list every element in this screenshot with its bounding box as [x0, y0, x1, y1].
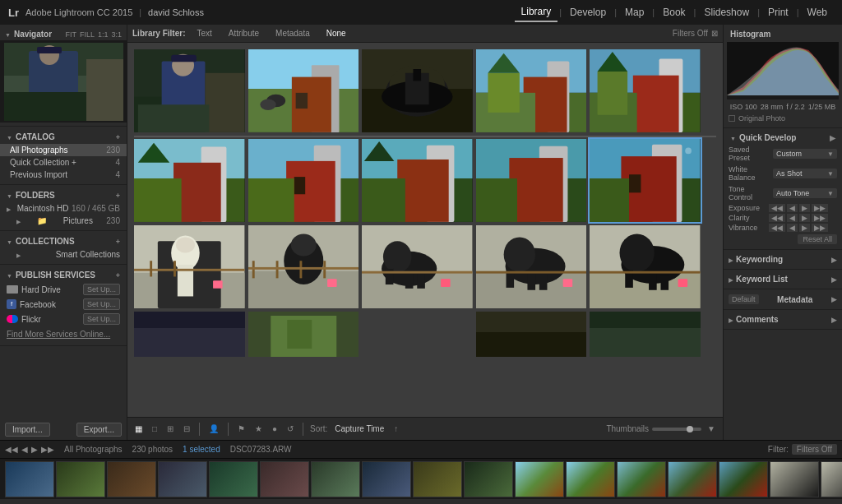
tone-control-value[interactable]: Auto Tone ▼	[773, 188, 837, 198]
catalog-add[interactable]: +	[116, 133, 120, 141]
grid-cell-11[interactable]	[134, 225, 245, 308]
catalog-quick-collection[interactable]: Quick Collection + 4	[0, 156, 127, 169]
filter-none-btn[interactable]: None	[322, 28, 351, 39]
grid-cell-1[interactable]	[134, 49, 245, 132]
grid-cell-14[interactable]	[476, 225, 587, 308]
flag-btn[interactable]: ⚑	[235, 423, 248, 434]
rotate-btn[interactable]: ↺	[285, 423, 296, 434]
grid-cell-16[interactable]	[134, 312, 245, 357]
export-button[interactable]: Export...	[76, 423, 122, 437]
nav-slideshow[interactable]: Slideshow	[697, 3, 756, 21]
vibrance-dec-dec[interactable]: ◀◀	[769, 224, 785, 232]
filmstrip-filter-off[interactable]: Filters Off	[792, 444, 837, 455]
nav-print[interactable]: Print	[761, 3, 795, 21]
compare-view-btn[interactable]: ⊞	[164, 423, 176, 434]
folders-header[interactable]: Folders +	[0, 188, 127, 202]
nav-library[interactable]: Library	[515, 2, 558, 22]
filmstrip-thumb-2[interactable]	[56, 461, 105, 497]
filter-toggle[interactable]: ⊠	[711, 29, 718, 38]
folders-add[interactable]: +	[116, 192, 120, 200]
grid-cell-13[interactable]	[362, 225, 473, 308]
clarity-inc[interactable]: ▶	[799, 214, 810, 222]
vibrance-inc-inc[interactable]: ▶▶	[812, 224, 828, 232]
filter-text-btn[interactable]: Text	[192, 28, 216, 39]
catalog-header[interactable]: Catalog +	[0, 130, 127, 144]
metadata-default-select[interactable]: Default	[729, 294, 759, 304]
clarity-dec-dec[interactable]: ◀◀	[769, 214, 785, 222]
filmstrip-thumb-7[interactable]	[311, 461, 360, 497]
filmstrip-thumb-13[interactable]	[617, 461, 666, 497]
clarity-dec[interactable]: ◀	[787, 214, 798, 222]
vibrance-dec[interactable]: ◀	[787, 224, 798, 232]
import-button[interactable]: Import...	[5, 423, 50, 437]
filmstrip-thumb-14[interactable]	[668, 461, 717, 497]
comments-header[interactable]: Comments ▶	[724, 313, 842, 326]
find-more-services[interactable]: Find More Services Online...	[0, 326, 127, 342]
publish-services-header[interactable]: Publish Services +	[0, 268, 127, 282]
nav-book[interactable]: Book	[656, 3, 692, 21]
filmstrip-thumb-4[interactable]	[158, 461, 207, 497]
grid-cell-15[interactable]	[590, 225, 701, 308]
facebook-setup[interactable]: Set Up...	[83, 298, 120, 310]
grid-cell-5[interactable]	[590, 49, 701, 132]
star-btn[interactable]: ★	[252, 423, 265, 434]
filmstrip-thumb-10[interactable]	[464, 461, 513, 497]
filmstrip-next[interactable]: ▶	[31, 445, 38, 454]
photo-grid[interactable]: • • •	[127, 43, 723, 417]
filter-metadata-btn[interactable]: Metadata	[271, 28, 315, 39]
filmstrip-thumb-15[interactable]	[719, 461, 768, 497]
filmstrip-thumb-12[interactable]	[566, 461, 615, 497]
vibrance-inc[interactable]: ▶	[799, 224, 810, 232]
filmstrip-thumb-3[interactable]	[107, 461, 156, 497]
folder-pictures[interactable]: 📁 Pictures 230	[0, 215, 127, 227]
filmstrip-thumb-5[interactable]	[209, 461, 258, 497]
thumbnail-size-slider[interactable]	[652, 428, 701, 431]
filmstrip-thumb-17[interactable]	[821, 461, 842, 497]
loupe-view-btn[interactable]: □	[150, 423, 160, 434]
grid-cell-4[interactable]	[476, 49, 587, 132]
filmstrip-thumb-9[interactable]	[413, 461, 462, 497]
catalog-previous-import[interactable]: Previous Import 4	[0, 169, 127, 181]
filmstrip-next-next[interactable]: ▶▶	[41, 445, 54, 454]
keyword-list-header[interactable]: Keyword List ▶	[724, 273, 842, 285]
collection-smart[interactable]: Smart Collections	[0, 248, 127, 261]
keywording-header[interactable]: Keywording ▶	[724, 253, 842, 266]
exposure-inc[interactable]: ▶	[799, 204, 810, 212]
grid-cell-10[interactable]	[590, 139, 701, 222]
survey-view-btn[interactable]: ⊟	[181, 423, 192, 434]
catalog-all-photos[interactable]: All Photographs 230	[0, 144, 127, 156]
nav-develop[interactable]: Develop	[563, 3, 613, 21]
grid-cell-12[interactable]	[248, 225, 359, 308]
exposure-inc-inc[interactable]: ▶▶	[812, 204, 828, 212]
saved-preset-value[interactable]: Custom ▼	[773, 149, 837, 159]
grid-cell-6[interactable]	[134, 139, 245, 222]
zoom-fit[interactable]: FIT	[65, 30, 76, 39]
grid-cell-7[interactable]	[248, 139, 359, 222]
sort-value[interactable]: Capture Time	[332, 423, 386, 434]
filmstrip-thumb-11[interactable]	[515, 461, 564, 497]
filmstrip-thumb-6[interactable]	[260, 461, 309, 497]
hard-drive-setup[interactable]: Set Up...	[83, 284, 120, 295]
grid-view-btn[interactable]: ▦	[132, 423, 145, 434]
metadata-header[interactable]: Default Metadata ▶	[724, 293, 842, 306]
quick-develop-header[interactable]: Quick Develop ▶	[724, 132, 842, 144]
filter-attribute-btn[interactable]: Attribute	[224, 28, 264, 39]
filmstrip-thumb-16[interactable]	[770, 461, 819, 497]
collections-header[interactable]: Collections +	[0, 234, 127, 248]
filmstrip-prev-prev[interactable]: ◀◀	[5, 445, 18, 454]
grid-cell-2[interactable]	[248, 49, 359, 132]
color-btn[interactable]: ●	[270, 423, 280, 434]
scroll-down-btn[interactable]: ▼	[705, 423, 718, 434]
nav-map[interactable]: Map	[618, 3, 650, 21]
zoom-3-1[interactable]: 3:1	[111, 30, 122, 39]
reset-all-button[interactable]: Reset All	[798, 234, 837, 244]
publish-services-add[interactable]: +	[116, 271, 120, 280]
grid-cell-18[interactable]	[362, 312, 473, 357]
grid-cell-20[interactable]	[590, 312, 701, 357]
zoom-fill[interactable]: FILL	[80, 30, 95, 39]
nav-web[interactable]: Web	[801, 3, 834, 21]
grid-cell-9[interactable]	[476, 139, 587, 222]
grid-cell-17[interactable]	[248, 312, 359, 357]
grid-cell-3[interactable]	[362, 49, 473, 132]
exposure-dec-dec[interactable]: ◀◀	[769, 204, 785, 212]
